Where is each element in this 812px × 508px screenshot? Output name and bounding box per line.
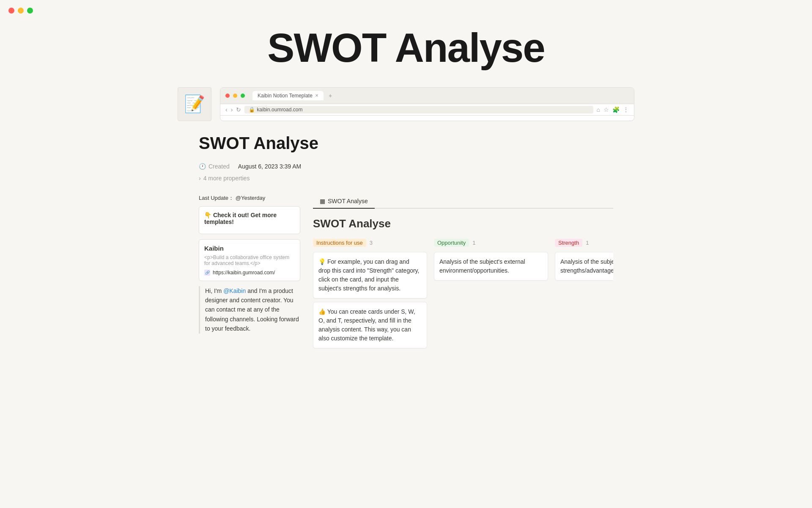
board-title: SWOT Analyse bbox=[313, 217, 613, 230]
kaibin-name: Kaibin bbox=[204, 245, 295, 252]
browser-minimize[interactable] bbox=[233, 94, 237, 98]
link-icon: 🔗 bbox=[204, 270, 210, 276]
metadata-row: 🕐 Created August 6, 2023 3:39 AM bbox=[199, 163, 613, 170]
column-count-strength: 1 bbox=[586, 240, 589, 246]
kanban-board: Instructions for use 3 💡 For example, yo… bbox=[313, 239, 613, 352]
kaibin-desc: <p>Build a collaborative office system f… bbox=[204, 254, 295, 266]
kaibin-desc-text: <p>Build a collaborative office system f… bbox=[204, 254, 289, 266]
tabs-row: ▦ SWOT Analyse bbox=[313, 194, 613, 209]
page-title: SWOT Analyse bbox=[199, 134, 613, 153]
browser-tab-label: Kaibin Notion Temeplate bbox=[258, 93, 313, 99]
kaibin-card: Kaibin <p>Build a collaborative office s… bbox=[199, 239, 300, 281]
created-value: August 6, 2023 3:39 AM bbox=[238, 163, 301, 170]
promo-emoji: 👇 bbox=[204, 212, 211, 218]
badge-opportunity: Opportunity bbox=[434, 239, 469, 247]
kanban-column-instructions: Instructions for use 3 💡 For example, yo… bbox=[313, 239, 427, 352]
browser-nav: ‹ › ↻ 🔒 kaibin.oumroad.com ⌂ ☆ 🧩 ⋮ bbox=[220, 104, 634, 116]
badge-instructions: Instructions for use bbox=[313, 239, 366, 247]
kaibin-link-text: https://kaibin.gumroad.com/ bbox=[213, 270, 275, 276]
column-count-opportunity: 1 bbox=[472, 240, 475, 246]
more-properties[interactable]: › 4 more properties bbox=[199, 175, 613, 182]
browser-tab-close-icon[interactable]: ✕ bbox=[315, 93, 318, 98]
kanban-card[interactable]: Analysis of the subject's external envir… bbox=[434, 252, 548, 281]
bio-mention[interactable]: @Kaibin bbox=[223, 287, 246, 294]
cover-thumbnail: 📝 bbox=[178, 87, 211, 121]
card-text: 💡 For example, you can drag and drop thi… bbox=[318, 258, 419, 292]
kanban-column-strength: Strength 1 Analysis of the subject's int… bbox=[555, 239, 613, 352]
maximize-button[interactable] bbox=[27, 8, 33, 14]
close-button[interactable] bbox=[8, 8, 14, 14]
promo-box: 👇 Check it out! Get more templates! bbox=[199, 206, 300, 234]
traffic-lights bbox=[8, 8, 33, 14]
last-update: Last Update： @Yesterday bbox=[199, 194, 300, 202]
browser-tab[interactable]: Kaibin Notion Temeplate ✕ bbox=[252, 91, 324, 100]
main-layout: Last Update： @Yesterday 👇 Check it out! … bbox=[199, 194, 613, 352]
table-icon: ▦ bbox=[320, 198, 325, 204]
card-text: Analysis of the subject's external envir… bbox=[439, 258, 525, 274]
menu-icon[interactable]: ⋮ bbox=[623, 106, 629, 113]
browser-bar: Kaibin Notion Temeplate ✕ + bbox=[220, 88, 634, 104]
browser-close[interactable] bbox=[225, 94, 230, 98]
browser-mockup: Kaibin Notion Temeplate ✕ + ‹ › ↻ 🔒 kaib… bbox=[220, 87, 634, 121]
browser-refresh-icon[interactable]: ↻ bbox=[236, 106, 241, 113]
kanban-card[interactable]: 💡 For example, you can drag and drop thi… bbox=[313, 252, 427, 298]
created-text: Created bbox=[208, 163, 230, 170]
address-bar[interactable]: 🔒 kaibin.oumroad.com bbox=[244, 106, 593, 113]
hero-title: SWOT Analyse bbox=[8, 25, 804, 70]
bio-block: Hi, I'm @Kaibin and I'm a product design… bbox=[199, 286, 300, 334]
last-update-value: @Yesterday bbox=[236, 195, 266, 201]
browser-forward-icon[interactable]: › bbox=[231, 106, 233, 113]
browser-actions: ⌂ ☆ 🧩 ⋮ bbox=[597, 106, 629, 113]
kanban-card[interactable]: 👍 You can create cards under S, W, O, an… bbox=[313, 302, 427, 348]
cover-area: 📝 Kaibin Notion Temeplate ✕ + ‹ › ↻ 🔒 ka… bbox=[173, 87, 639, 121]
more-props-text: 4 more properties bbox=[203, 175, 250, 182]
clock-icon: 🕐 bbox=[199, 163, 206, 170]
card-text: Analysis of the subject's internal stren… bbox=[560, 258, 613, 274]
tab-label: SWOT Analyse bbox=[328, 198, 368, 204]
browser-tab-add-icon[interactable]: + bbox=[329, 92, 332, 99]
lock-icon: 🔒 bbox=[249, 107, 255, 113]
last-update-label: Last Update： bbox=[199, 195, 234, 201]
promo-title: 👇 Check it out! Get more templates! bbox=[204, 212, 295, 225]
column-header-instructions: Instructions for use 3 bbox=[313, 239, 427, 247]
promo-text: Check it out! Get more templates! bbox=[204, 212, 277, 225]
page-content: SWOT Analyse 🕐 Created August 6, 2023 3:… bbox=[173, 134, 639, 377]
extension-icon[interactable]: 🧩 bbox=[612, 106, 620, 113]
sidebar: Last Update： @Yesterday 👇 Check it out! … bbox=[199, 194, 300, 352]
browser-maximize[interactable] bbox=[241, 94, 245, 98]
column-header-strength: Strength 1 bbox=[555, 239, 613, 247]
badge-strength: Strength bbox=[555, 239, 582, 247]
cover-emoji: 📝 bbox=[184, 94, 205, 114]
home-icon[interactable]: ⌂ bbox=[597, 106, 600, 113]
column-header-opportunity: Opportunity 1 bbox=[434, 239, 548, 247]
tab-swot-analyse[interactable]: ▦ SWOT Analyse bbox=[313, 194, 375, 209]
minimize-button[interactable] bbox=[18, 8, 24, 14]
hero-section: SWOT Analyse bbox=[0, 0, 812, 87]
star-icon[interactable]: ☆ bbox=[604, 106, 609, 113]
main-area: ▦ SWOT Analyse SWOT Analyse Instructions… bbox=[313, 194, 613, 352]
kaibin-link[interactable]: 🔗 https://kaibin.gumroad.com/ bbox=[204, 270, 295, 276]
browser-back-icon[interactable]: ‹ bbox=[225, 106, 228, 113]
kanban-column-opportunity: Opportunity 1 Analysis of the subject's … bbox=[434, 239, 548, 352]
kanban-card[interactable]: Analysis of the subject's internal stren… bbox=[555, 252, 613, 281]
chevron-down-icon: › bbox=[199, 175, 201, 182]
bio-text-1: Hi, I'm bbox=[205, 287, 223, 294]
address-text: kaibin.oumroad.com bbox=[257, 107, 302, 113]
created-label: 🕐 Created bbox=[199, 163, 230, 170]
column-count-instructions: 3 bbox=[370, 240, 373, 246]
card-text: 👍 You can create cards under S, W, O, an… bbox=[318, 308, 415, 342]
